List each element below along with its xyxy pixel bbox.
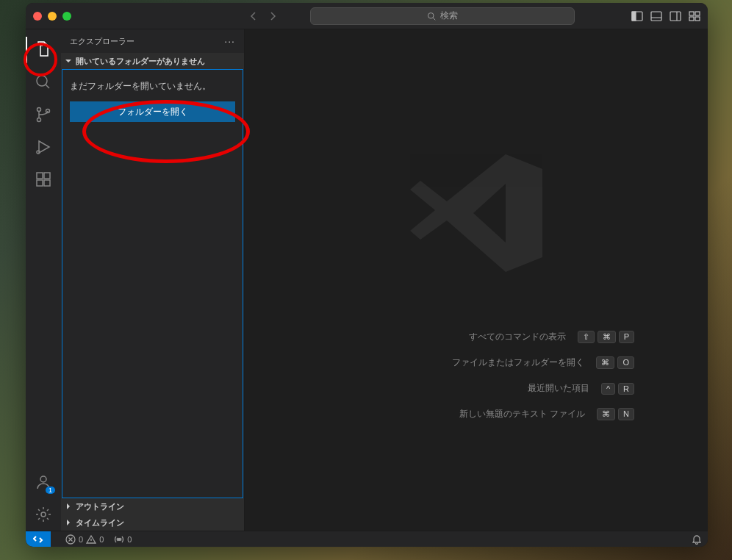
welcome-hint: すべてのコマンドの表示⇧⌘P [469, 331, 634, 343]
svg-rect-18 [44, 180, 50, 186]
status-notifications[interactable] [692, 534, 702, 545]
svg-rect-8 [695, 12, 700, 15]
sidebar-header: エクスプローラー ··· [61, 29, 244, 53]
search-icon [427, 12, 436, 21]
extensions-icon [35, 170, 52, 188]
key: R [618, 383, 634, 395]
svg-rect-19 [44, 173, 50, 179]
sidebar-more-icon[interactable]: ··· [224, 35, 235, 47]
section-outline[interactable]: アウトライン [61, 498, 244, 514]
activity-settings[interactable] [26, 498, 61, 531]
sidebar-title: エクスプローラー [70, 36, 134, 47]
key: ⌘ [596, 356, 614, 369]
svg-point-12 [37, 108, 41, 112]
hint-keys: ⌘O [596, 356, 634, 369]
nav-forward-icon[interactable] [267, 10, 279, 22]
section-label: アウトライン [76, 501, 124, 512]
gear-icon [35, 506, 52, 523]
svg-rect-9 [689, 17, 694, 21]
key: P [619, 331, 634, 343]
open-folder-button[interactable]: フォルダーを開く [70, 101, 235, 122]
activity-accounts[interactable]: 1 [26, 466, 61, 498]
search-icon [35, 73, 52, 91]
key: ⇧ [578, 331, 595, 343]
radio-tower-icon [114, 534, 124, 545]
status-problems[interactable]: 0 0 [65, 534, 104, 545]
nav-arrows [248, 10, 279, 22]
close-window-icon[interactable] [33, 12, 42, 21]
svg-rect-2 [632, 12, 636, 21]
welcome-hint: 新しい無題のテキスト ファイル⌘N [459, 408, 634, 420]
section-timeline[interactable]: タイムライン [61, 514, 244, 531]
svg-point-23 [118, 538, 121, 540]
section-no-folder[interactable]: 開いているフォルダーがありません [61, 53, 244, 69]
minimize-window-icon[interactable] [48, 12, 57, 21]
svg-point-21 [41, 512, 46, 517]
activity-extensions[interactable] [26, 163, 61, 195]
svg-rect-16 [37, 173, 43, 179]
remote-icon [33, 534, 43, 545]
hint-keys: ⇧⌘P [578, 331, 634, 343]
git-branch-icon [35, 106, 52, 123]
svg-point-11 [37, 76, 47, 86]
activity-search[interactable] [26, 66, 61, 98]
status-ports[interactable]: 0 [114, 534, 132, 545]
vscode-window: 検索 [26, 3, 708, 547]
window-controls[interactable] [33, 12, 71, 21]
activity-debug[interactable] [26, 131, 61, 163]
remote-button[interactable] [26, 531, 51, 548]
activity-source-control[interactable] [26, 98, 61, 131]
maximize-window-icon[interactable] [62, 12, 71, 21]
hint-keys: ⌘N [597, 408, 634, 420]
search-placeholder: 検索 [440, 10, 458, 22]
hint-label: ファイルまたはフォルダーを開く [452, 356, 584, 369]
titlebar: 検索 [26, 3, 708, 29]
activity-explorer[interactable] [26, 34, 61, 66]
statusbar: 0 0 0 [26, 531, 708, 547]
chevron-right-icon [64, 502, 73, 511]
key: O [617, 356, 634, 369]
files-icon [35, 41, 52, 59]
toggle-secondary-sidebar-icon[interactable] [670, 10, 681, 22]
svg-rect-17 [37, 180, 43, 186]
hint-label: 新しい無題のテキスト ファイル [459, 408, 585, 420]
chevron-right-icon [64, 518, 73, 527]
key: N [618, 408, 634, 420]
hint-label: 最近開いた項目 [528, 382, 589, 395]
ports-count: 0 [127, 535, 132, 544]
editor-welcome: すべてのコマンドの表示⇧⌘Pファイルまたはフォルダーを開く⌘O最近開いた項目^R… [245, 29, 708, 531]
svg-rect-3 [651, 12, 661, 21]
welcome-hint: ファイルまたはフォルダーを開く⌘O [452, 356, 634, 369]
command-center-search[interactable]: 検索 [310, 7, 575, 25]
key: ^ [601, 383, 615, 395]
activity-bar: 1 [26, 29, 61, 531]
accounts-badge: 1 [46, 487, 55, 494]
toggle-primary-sidebar-icon[interactable] [631, 10, 643, 22]
key: ⌘ [598, 331, 616, 343]
error-icon [65, 534, 76, 545]
warning-icon [86, 534, 96, 545]
customize-layout-icon[interactable] [689, 10, 700, 22]
svg-point-13 [37, 118, 41, 122]
hint-label: すべてのコマンドの表示 [469, 331, 566, 343]
svg-rect-10 [695, 17, 700, 21]
sidebar-explorer: エクスプローラー ··· 開いているフォルダーがありません まだフォルダーを開い… [61, 29, 245, 531]
welcome-hint: 最近開いた項目^R [528, 382, 634, 395]
toggle-panel-icon[interactable] [650, 10, 662, 22]
welcome-hints: すべてのコマンドの表示⇧⌘Pファイルまたはフォルダーを開く⌘O最近開いた項目^R… [452, 331, 693, 420]
nav-back-icon[interactable] [248, 10, 259, 22]
debug-icon [35, 138, 52, 156]
layout-controls [631, 10, 700, 22]
no-folder-message: まだフォルダーを開いていません。 [70, 80, 235, 93]
svg-rect-7 [689, 12, 694, 15]
svg-point-0 [428, 12, 434, 18]
chevron-down-icon [64, 57, 73, 65]
key: ⌘ [597, 408, 615, 420]
hint-keys: ^R [601, 383, 634, 395]
section-label: タイムライン [76, 517, 124, 528]
svg-point-15 [37, 151, 40, 154]
error-count: 0 [79, 535, 83, 544]
warning-count: 0 [99, 535, 104, 544]
open-folder-area: まだフォルダーを開いていません。 フォルダーを開く [62, 69, 243, 498]
svg-rect-5 [670, 12, 681, 21]
